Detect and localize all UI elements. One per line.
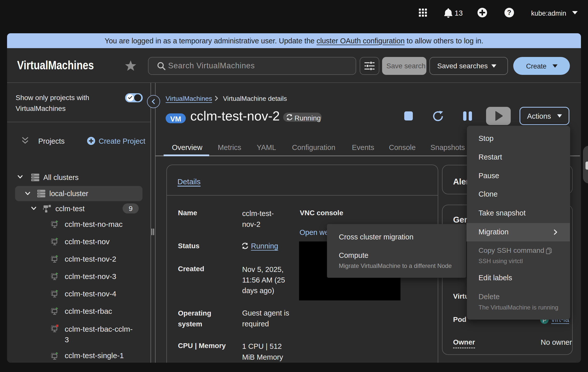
svg-text:?: ? — [507, 9, 511, 16]
